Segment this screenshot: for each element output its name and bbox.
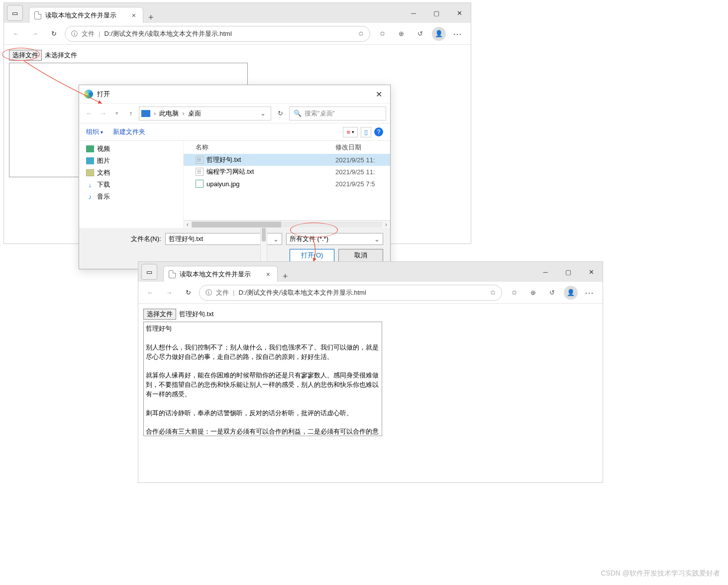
maximize-button[interactable]: ▢ [557,264,580,280]
breadcrumb-dropdown[interactable]: ⌄ [257,110,269,117]
file-row[interactable]: 编程学习网站.txt 2021/9/25 11: [184,166,390,178]
filename-value: 哲理好句.txt [169,234,203,243]
breadcrumb-folder[interactable]: 桌面 [188,109,201,118]
folder-tree: 视频 图片 文档 ↓下载 ♪音乐 [79,141,184,228]
browser-tab[interactable]: 读取本地文件文件并显示 × [163,266,278,282]
tree-item-video[interactable]: 视频 [86,143,183,155]
back-button[interactable]: ← [142,285,158,301]
chosen-file-label: 哲理好句.txt [177,309,215,319]
address-bar[interactable]: ⓘ 文件 | D:/测试文件夹/读取本地文本文件并显示.html ✩ [199,285,502,301]
horizontal-scrollbar[interactable]: ‹ › [184,220,390,228]
tab-overview-button[interactable]: ▭ [141,264,157,280]
more-menu[interactable]: ⋯ [581,285,599,301]
forward-button[interactable]: → [161,285,177,301]
new-folder-button[interactable]: 新建文件夹 [113,127,145,136]
new-tab-button[interactable]: + [278,271,293,282]
file-date: 2021/9/25 7:5 [335,180,390,188]
dropdown-icon: ⌄ [374,235,380,243]
scroll-left[interactable]: ‹ [184,221,192,228]
browser-tab[interactable]: 读取本地文件文件并显示 × [29,7,143,23]
tree-label: 音乐 [97,192,110,201]
scroll-thumb[interactable] [192,222,281,228]
file-row[interactable]: upaiyun.jpg 2021/9/25 7:5 [184,178,390,190]
file-date: 2021/9/25 11: [335,168,390,176]
content-textarea[interactable] [143,322,382,436]
minimize-button[interactable]: ─ [402,5,425,21]
preview-pane-button[interactable]: ▯ [361,127,371,137]
back-button[interactable]: ← [8,26,24,42]
search-placeholder: 搜索"桌面" [305,109,335,118]
favorites-icon[interactable]: ✩ [373,26,391,42]
choose-file-button[interactable]: 选择文件 [9,50,42,61]
dialog-search[interactable]: 🔍 搜索"桌面" [289,107,386,120]
more-menu[interactable]: ⋯ [449,26,467,42]
column-modified[interactable]: 修改日期 [335,143,390,152]
info-icon: ⓘ [206,288,212,297]
file-row[interactable]: 哲理好句.txt 2021/9/25 11: [184,154,390,166]
minimize-button[interactable]: ─ [534,264,557,280]
collections-icon[interactable]: ⊕ [392,26,410,42]
favorites-icon[interactable]: ✩ [505,285,523,301]
star-icon[interactable]: ✩ [358,30,364,37]
tree-item-downloads[interactable]: ↓下载 [86,179,183,191]
disk-icon [141,110,150,117]
history-icon[interactable]: ↺ [543,285,561,301]
star-icon[interactable]: ✩ [490,289,496,296]
doc-icon [86,169,94,176]
file-name: 哲理好句.txt [207,155,241,164]
dialog-close-button[interactable]: ✕ [373,89,385,100]
close-button[interactable]: ✕ [448,5,471,21]
history-icon[interactable]: ↺ [411,26,429,42]
help-button[interactable]: ? [374,127,383,136]
dialog-titlebar: 打开 ✕ [79,85,390,103]
choose-file-button[interactable]: 选择文件 [143,309,176,320]
tab-close-button[interactable]: × [130,11,138,19]
new-tab-button[interactable]: + [143,12,159,23]
scroll-thumb[interactable] [262,228,266,241]
toolbar-icons: ✩ ⊕ ↺ 👤 ⋯ [373,26,467,42]
close-button[interactable]: ✕ [580,264,603,280]
address-bar[interactable]: ⓘ 文件 | D:/测试文件夹/读取本地文本文件并显示.html ✩ [65,26,370,42]
tab-overview-button[interactable]: ▭ [7,5,23,21]
nav-forward[interactable]: → [97,110,109,117]
breadcrumb-bar[interactable]: 此电脑 桌面 ⌄ [139,107,271,120]
url-path: D:/测试文件夹/读取本地文本文件并显示.html [238,288,366,297]
tree-label: 视频 [97,144,110,153]
filter-value: 所有文件 (*.*) [290,234,328,243]
nav-recent[interactable]: ▾ [111,110,123,117]
file-date: 2021/9/25 11: [335,156,390,164]
no-file-label: 未选择文件 [43,50,79,60]
collections-icon[interactable]: ⊕ [524,285,542,301]
nav-back[interactable]: ← [83,110,95,117]
view-controls: ≡▾ ▯ ? [343,127,383,137]
column-name[interactable]: 名称 [184,143,335,152]
breadcrumb-root[interactable]: 此电脑 [159,109,179,118]
nav-up[interactable]: ↑ [125,110,137,117]
open-button[interactable]: 打开(O) [290,249,334,262]
tree-item-images[interactable]: 图片 [86,155,183,167]
tab-close-button[interactable]: × [264,270,272,278]
view-mode-button[interactable]: ≡▾ [343,127,358,137]
tab-title: 读取本地文件文件并显示 [180,270,251,279]
organize-menu[interactable]: 组织 [86,127,103,136]
filename-label: 文件名(N): [131,234,161,243]
profile-avatar[interactable]: 👤 [430,26,448,42]
tree-label: 下载 [97,180,110,189]
refresh-button[interactable]: ↻ [46,26,62,42]
tree-item-docs[interactable]: 文档 [86,167,183,179]
dialog-toolbar: 组织 新建文件夹 ≡▾ ▯ ? [79,123,390,141]
scroll-track[interactable] [192,222,382,228]
tree-item-music[interactable]: ♪音乐 [86,191,183,203]
profile-avatar[interactable]: 👤 [562,285,580,301]
refresh-button[interactable]: ↻ [180,285,196,301]
nav-refresh[interactable]: ↻ [273,110,287,117]
titlebar: ▭ 读取本地文件文件并显示 × + ─ ▢ ✕ [138,262,603,282]
filter-combo[interactable]: 所有文件 (*.*) ⌄ [286,233,383,245]
forward-button[interactable]: → [27,26,43,42]
filename-row: 文件名(N): 哲理好句.txt ⌄ 所有文件 (*.*) ⌄ [86,233,383,245]
maximize-button[interactable]: ▢ [425,5,448,21]
cancel-button[interactable]: 取消 [338,249,383,262]
tab-strip: 读取本地文件文件并显示 × + [163,262,534,282]
document-icon [34,11,41,19]
scroll-right[interactable]: › [382,221,390,228]
